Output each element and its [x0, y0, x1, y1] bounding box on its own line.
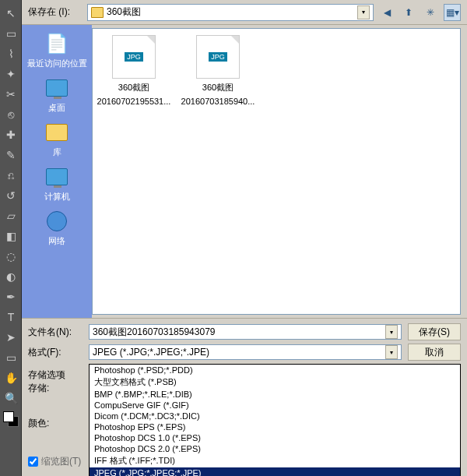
- place-label: 计算机: [44, 191, 70, 203]
- place-recent[interactable]: 📄最近访问的位置: [27, 31, 87, 69]
- save-button[interactable]: 保存(S): [408, 323, 461, 340]
- chevron-down-icon[interactable]: ▾: [385, 345, 398, 359]
- jpg-badge: JPG: [125, 52, 143, 62]
- chevron-down-icon[interactable]: ▾: [357, 5, 370, 19]
- file-item[interactable]: JPG360截图20160702195531...: [99, 35, 169, 106]
- options-heading: 存储选项: [28, 368, 83, 382]
- back-icon[interactable]: ◀: [378, 4, 395, 21]
- tool-type[interactable]: T: [2, 308, 20, 326]
- folder-icon: [44, 120, 69, 145]
- tool-lasso[interactable]: ⌇: [2, 44, 20, 63]
- format-option[interactable]: Photoshop (*.PSD;*.PDD): [90, 365, 460, 376]
- format-combo[interactable]: JPEG (*.JPG;*.JPEG;*.JPE) ▾: [89, 344, 402, 360]
- cancel-button[interactable]: 取消: [408, 344, 461, 361]
- tool-stamp[interactable]: ⎌: [2, 166, 20, 185]
- color-swatch[interactable]: [3, 411, 19, 427]
- jpg-badge: JPG: [209, 52, 227, 62]
- recent-icon: 📄: [44, 31, 69, 56]
- format-option[interactable]: Dicom (*.DCM;*.DC3;*.DIC): [90, 411, 460, 421]
- tool-gradient[interactable]: ◧: [2, 227, 20, 245]
- tool-wand[interactable]: ✦: [2, 65, 20, 83]
- place-monitor[interactable]: 计算机: [44, 164, 70, 203]
- format-label: 格式(F):: [28, 346, 83, 359]
- tool-move[interactable]: ↖: [2, 4, 20, 23]
- format-option[interactable]: IFF 格式 (*.IFF;*.TDI): [90, 454, 460, 467]
- file-list[interactable]: JPG360截图20160702195531...JPG360截图2016070…: [92, 28, 461, 315]
- monitor-icon: [44, 164, 69, 189]
- photoshop-toolbar: ↖▭⌇✦✂⎋✚✎⎌↺▱◧◌◐✒T➤▭✋🔍: [0, 0, 22, 476]
- format-option[interactable]: JPEG (*.JPG;*.JPEG;*.JPE): [90, 467, 460, 476]
- format-option[interactable]: CompuServe GIF (*.GIF): [90, 400, 460, 411]
- format-option[interactable]: BMP (*.BMP;*.RLE;*.DIB): [90, 389, 460, 400]
- file-thumb: JPG: [196, 35, 240, 79]
- place-label: 最近访问的位置: [27, 58, 87, 69]
- tool-brush[interactable]: ✎: [2, 146, 20, 164]
- format-option[interactable]: Photoshop DCS 1.0 (*.EPS): [90, 432, 460, 443]
- store-label: 存储:: [28, 382, 83, 395]
- folder-icon: [91, 7, 104, 18]
- filename-label: 文件名(N):: [28, 326, 83, 339]
- places-bar: 📄最近访问的位置桌面库计算机网络: [22, 25, 92, 318]
- tool-crop[interactable]: ✂: [2, 85, 20, 104]
- file-item[interactable]: JPG360截图20160703185940...: [183, 35, 253, 106]
- place-label: 桌面: [48, 102, 65, 114]
- place-folder[interactable]: 库: [44, 120, 69, 158]
- tool-eyedrop[interactable]: ⎋: [2, 105, 20, 124]
- tool-hand[interactable]: ✋: [2, 368, 20, 387]
- place-monitor[interactable]: 桌面: [44, 76, 69, 114]
- dialog-bottom: 文件名(N): 360截图20160703185943079 ▾ 保存(S) 格…: [22, 318, 467, 476]
- file-thumb: JPG: [112, 35, 156, 79]
- format-option[interactable]: Photoshop EPS (*.EPS): [90, 421, 460, 432]
- filename-input[interactable]: 360截图20160703185943079 ▾: [89, 324, 402, 340]
- place-label: 网络: [48, 235, 65, 247]
- save-as-dialog: 保存在 (I): 360截图 ▾ ◀ ⬆ ✳ ▦▾ 📄最近访问的位置桌面库计算机…: [22, 0, 467, 476]
- monitor-icon: [44, 76, 69, 100]
- save-in-label: 保存在 (I):: [28, 5, 83, 19]
- place-globe[interactable]: 网络: [44, 209, 69, 247]
- tool-marquee[interactable]: ▭: [2, 24, 20, 43]
- tool-dodge[interactable]: ◐: [2, 267, 20, 286]
- tool-pen[interactable]: ✒: [2, 287, 20, 306]
- tool-zoom[interactable]: 🔍: [2, 389, 20, 407]
- color-label: 颜色:: [28, 417, 83, 430]
- up-icon[interactable]: ⬆: [400, 4, 417, 21]
- format-dropdown-list[interactable]: Photoshop (*.PSD;*.PDD)大型文档格式 (*.PSB)BMP…: [89, 364, 461, 476]
- tool-heal[interactable]: ✚: [2, 125, 20, 144]
- globe-icon: [44, 209, 69, 234]
- chevron-down-icon[interactable]: ▾: [385, 325, 398, 339]
- tool-eraser[interactable]: ▱: [2, 206, 20, 225]
- format-option[interactable]: 大型文档格式 (*.PSB): [90, 376, 460, 389]
- tool-path[interactable]: ➤: [2, 328, 20, 347]
- thumbnail-checkbox[interactable]: 缩览图(T): [28, 455, 83, 468]
- format-option[interactable]: Photoshop DCS 2.0 (*.EPS): [90, 443, 460, 454]
- view-menu-icon[interactable]: ▦▾: [444, 4, 461, 21]
- folder-name: 360截图: [107, 5, 354, 19]
- place-label: 库: [53, 146, 61, 158]
- tool-blur[interactable]: ◌: [2, 247, 20, 266]
- tool-rect[interactable]: ▭: [2, 348, 20, 367]
- new-folder-icon[interactable]: ✳: [422, 4, 439, 21]
- dialog-top-bar: 保存在 (I): 360截图 ▾ ◀ ⬆ ✳ ▦▾: [22, 0, 467, 25]
- save-in-combo[interactable]: 360截图 ▾: [87, 4, 374, 21]
- tool-history[interactable]: ↺: [2, 186, 20, 205]
